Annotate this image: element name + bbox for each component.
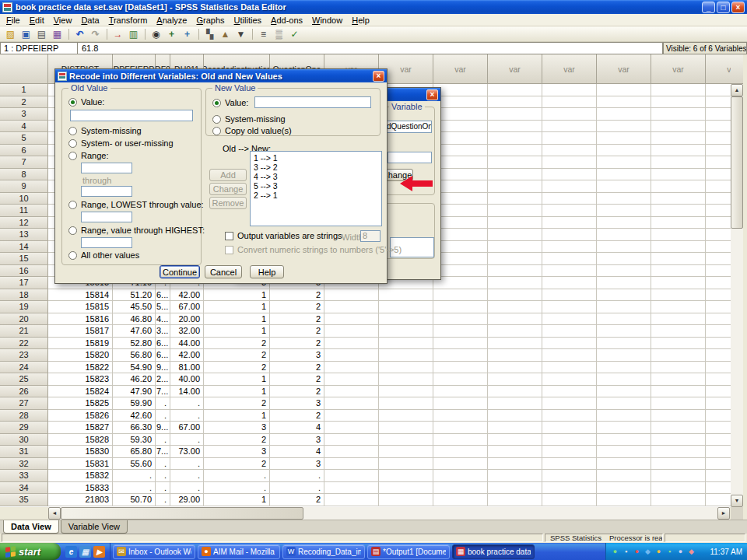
data-cell[interactable] xyxy=(706,229,731,241)
data-cell[interactable] xyxy=(542,96,597,109)
tray-icon[interactable]: ● xyxy=(611,547,619,556)
range-to-input[interactable] xyxy=(81,186,132,197)
data-cell[interactable] xyxy=(651,494,706,506)
data-cell[interactable]: 2 xyxy=(204,349,270,362)
data-cell[interactable]: . xyxy=(170,434,204,446)
data-cell[interactable] xyxy=(542,362,597,374)
data-cell[interactable]: 2 xyxy=(270,325,324,338)
data-cell[interactable] xyxy=(597,121,651,133)
horizontal-scroll-thumb[interactable] xyxy=(61,507,303,520)
data-cell[interactable] xyxy=(651,434,706,446)
data-cell[interactable]: 59.30 xyxy=(113,434,156,446)
data-cell[interactable] xyxy=(651,108,706,121)
data-cell[interactable] xyxy=(488,338,542,350)
data-cell[interactable] xyxy=(651,277,706,289)
data-cell[interactable]: 3 xyxy=(204,422,270,434)
data-cell[interactable] xyxy=(706,145,731,157)
data-cell[interactable]: 44.00 xyxy=(170,338,204,350)
output-dialog-close-button[interactable]: × xyxy=(426,89,438,100)
data-cell[interactable] xyxy=(379,422,433,434)
data-cell[interactable] xyxy=(324,338,379,350)
row-header[interactable]: 11 xyxy=(0,205,48,217)
menu-help[interactable]: Help xyxy=(347,15,374,26)
data-cell[interactable] xyxy=(706,362,731,374)
output-variable-label-field[interactable] xyxy=(388,152,432,163)
data-cell[interactable]: 42.00 xyxy=(170,289,204,302)
data-cell[interactable] xyxy=(433,108,488,121)
menu-data[interactable]: Data xyxy=(76,15,103,26)
data-cell[interactable] xyxy=(433,470,488,482)
data-cell[interactable]: 9... xyxy=(156,362,170,374)
data-cell[interactable] xyxy=(597,494,651,506)
data-cell[interactable] xyxy=(651,313,706,326)
old-value-radio[interactable]: Value: xyxy=(68,97,104,107)
row-header[interactable]: 25 xyxy=(0,373,48,386)
output-strings-checkbox[interactable]: Output variables are strings xyxy=(225,231,342,240)
data-cell[interactable] xyxy=(651,253,706,265)
data-cell[interactable]: 73.00 xyxy=(170,446,204,458)
dialog-recall-icon[interactable]: ▦ xyxy=(50,27,65,40)
data-cell[interactable] xyxy=(597,325,651,338)
data-cell[interactable] xyxy=(597,422,651,434)
goto-case-icon[interactable]: → xyxy=(110,27,125,40)
data-cell[interactable] xyxy=(433,397,488,410)
data-cell[interactable] xyxy=(706,494,731,506)
data-cell[interactable]: . xyxy=(204,470,270,482)
data-cell[interactable] xyxy=(651,422,706,434)
data-cell[interactable] xyxy=(379,349,433,362)
data-cell[interactable] xyxy=(324,434,379,446)
data-cell[interactable] xyxy=(433,241,488,254)
range-lowest-input[interactable] xyxy=(81,212,132,222)
row-header[interactable]: 4 xyxy=(0,121,48,133)
data-cell[interactable] xyxy=(433,253,488,265)
menu-graphs[interactable]: Graphs xyxy=(191,15,229,26)
data-cell[interactable] xyxy=(488,349,542,362)
data-cell[interactable] xyxy=(597,193,651,205)
data-cell[interactable] xyxy=(542,229,597,241)
data-cell[interactable]: 42.60 xyxy=(113,410,156,422)
data-cell[interactable] xyxy=(542,132,597,145)
data-cell[interactable] xyxy=(433,156,488,169)
data-cell[interactable]: 2 xyxy=(204,434,270,446)
data-cell[interactable] xyxy=(433,434,488,446)
data-cell[interactable]: 21803 xyxy=(48,494,113,506)
data-cell[interactable] xyxy=(433,132,488,145)
data-cell[interactable]: 5... xyxy=(156,301,170,313)
data-cell[interactable] xyxy=(488,121,542,133)
row-header[interactable]: 35 xyxy=(0,494,48,506)
data-cell[interactable] xyxy=(488,313,542,326)
row-header[interactable]: 13 xyxy=(0,229,48,241)
scroll-down-button[interactable]: ▼ xyxy=(731,495,743,507)
output-variable-name-field[interactable]: dQuestionOne xyxy=(384,121,432,133)
data-cell[interactable] xyxy=(597,349,651,362)
data-cell[interactable] xyxy=(433,145,488,157)
data-cell[interactable] xyxy=(379,325,433,338)
data-cell[interactable] xyxy=(379,397,433,410)
data-cell[interactable] xyxy=(324,325,379,338)
data-cell[interactable] xyxy=(597,434,651,446)
data-cell[interactable] xyxy=(542,458,597,471)
data-cell[interactable] xyxy=(433,373,488,386)
data-cell[interactable] xyxy=(706,180,731,193)
data-cell[interactable] xyxy=(433,96,488,109)
data-cell[interactable] xyxy=(597,410,651,422)
data-cell[interactable] xyxy=(542,434,597,446)
data-cell[interactable]: 6... xyxy=(156,338,170,350)
data-cell[interactable] xyxy=(651,180,706,193)
data-cell[interactable] xyxy=(597,84,651,96)
data-cell[interactable] xyxy=(597,180,651,193)
data-cell[interactable]: . xyxy=(170,470,204,482)
row-header[interactable]: 14 xyxy=(0,241,48,254)
data-cell[interactable] xyxy=(706,434,731,446)
data-cell[interactable] xyxy=(597,156,651,169)
data-cell[interactable]: 4 xyxy=(270,446,324,458)
data-cell[interactable] xyxy=(706,193,731,205)
data-cell[interactable]: 1 xyxy=(204,313,270,326)
data-cell[interactable] xyxy=(488,301,542,313)
cancel-button[interactable]: Cancel xyxy=(205,265,242,278)
data-cell[interactable] xyxy=(433,277,488,289)
column-header-var7[interactable]: var xyxy=(651,54,706,84)
data-cell[interactable] xyxy=(597,446,651,458)
data-cell[interactable] xyxy=(542,180,597,193)
tray-icon[interactable]: ▪ xyxy=(622,547,630,556)
